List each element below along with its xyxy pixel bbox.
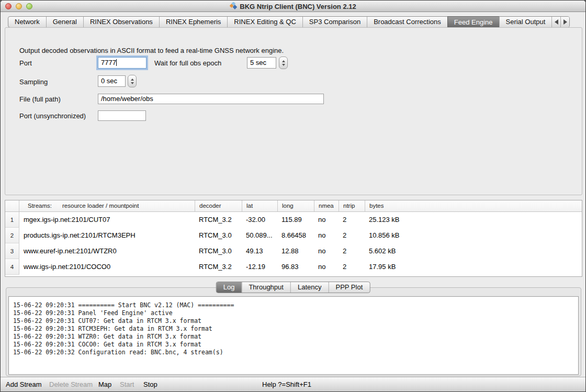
delete-stream-button: Delete Stream <box>49 380 93 388</box>
tab-rinex-editing-qc[interactable]: RINEX Editing & QC <box>227 17 302 27</box>
cell-nmea: no <box>314 243 339 259</box>
cell-bytes: 5.602 kB <box>365 243 582 259</box>
help-shortcut-label: Help ?=Shift+F1 <box>262 380 311 388</box>
cell-mountpoint: www.igs-ip.net:2101/COCO0 <box>19 259 195 275</box>
spinner-down-icon[interactable] <box>131 82 134 84</box>
spinner-down-icon[interactable] <box>282 64 285 66</box>
cell-lat: -32.00 <box>242 212 277 228</box>
panel-description: Output decoded observations in ASCII for… <box>19 47 284 54</box>
cell-mountpoint: products.igs-ip.net:2101/RTCM3EPH <box>19 228 195 243</box>
tab-rinex-ephemeris[interactable]: RINEX Ephemeris <box>159 17 227 27</box>
tab-rinex-observations[interactable]: RINEX Observations <box>83 17 159 27</box>
cell-lat: 49.13 <box>242 243 277 259</box>
cell-lat: -12.19 <box>242 259 277 275</box>
port-unsync-label: Port (unsynchronized) <box>19 112 86 120</box>
table-row[interactable]: 2 products.igs-ip.net:2101/RTCM3EPH RTCM… <box>5 228 582 243</box>
port-label: Port <box>19 59 32 67</box>
cell-ntrip: 2 <box>339 212 365 228</box>
cell-ntrip: 2 <box>339 259 365 275</box>
cell-decoder: RTCM_3.2 <box>195 212 242 228</box>
app-icon <box>230 2 237 11</box>
title-bar[interactable]: BKG Ntrip Client (BNC) Version 2.12 <box>1 1 585 12</box>
header-nmea: nmea <box>314 200 339 211</box>
sampling-stepper[interactable] <box>128 75 137 87</box>
row-number: 2 <box>5 228 19 243</box>
tab-general[interactable]: General <box>46 17 83 27</box>
stop-button[interactable]: Stop <box>143 380 157 388</box>
log-line: 15-06-22 09:20:31 RTCM3EPH: Get data in … <box>13 325 574 333</box>
app-window: BKG Ntrip Client (BNC) Version 2.12 Netw… <box>0 0 586 392</box>
cell-nmea: no <box>314 228 339 243</box>
file-path-label: File (full path) <box>19 95 61 103</box>
table-row[interactable]: 3 www.euref-ip.net:2101/WTZR0 RTCM_3.0 4… <box>5 243 582 259</box>
log-line: 15-06-22 09:20:31 CUT07: Get data in RTC… <box>13 317 574 325</box>
header-mountpoint: Streams:resource loader / mountpoint <box>19 200 195 211</box>
header-lat: lat <box>242 200 277 211</box>
cell-long: 8.66458 <box>277 228 314 243</box>
wait-epoch-stepper[interactable] <box>279 57 288 69</box>
log-line: 15-06-22 09:20:31 COCO0: Get data in RTC… <box>13 341 574 349</box>
cell-bytes: 10.856 kB <box>365 228 582 243</box>
cell-ntrip: 2 <box>339 228 365 243</box>
row-number: 3 <box>5 243 19 259</box>
cell-nmea: no <box>314 259 339 275</box>
file-path-input[interactable]: /home/weber/obs <box>98 94 324 104</box>
table-row[interactable]: 1 mgex.igs-ip.net:2101/CUT07 RTCM_3.2 -3… <box>5 212 582 228</box>
main-tab-bar: Network General RINEX Observations RINEX… <box>8 16 570 28</box>
text-caret <box>116 59 117 66</box>
wait-epoch-input[interactable]: 5 sec <box>247 57 276 69</box>
log-output[interactable]: 15-06-22 09:20:31 ========== Start BNC v… <box>8 296 579 375</box>
tab-log[interactable]: Log <box>217 282 242 293</box>
cell-lat: 50.089... <box>242 228 277 243</box>
header-ntrip: ntrip <box>339 200 365 211</box>
tab-ppp-plot[interactable]: PPP Plot <box>328 282 369 293</box>
sampling-label: Sampling <box>19 78 48 86</box>
cell-long: 12.88 <box>277 243 314 259</box>
port-unsync-input[interactable] <box>98 110 146 121</box>
header-long: long <box>277 200 314 211</box>
header-bytes: bytes <box>365 200 582 211</box>
cell-mountpoint: mgex.igs-ip.net:2101/CUT07 <box>19 212 195 228</box>
cell-nmea: no <box>314 212 339 228</box>
tab-scroll-left-button[interactable] <box>551 17 560 27</box>
log-line: 15-06-22 09:20:31 Panel 'Feed Engine' ac… <box>13 309 574 317</box>
streams-table-header: Streams:resource loader / mountpoint dec… <box>5 200 582 212</box>
spinner-up-icon[interactable] <box>131 79 134 81</box>
wait-epoch-label: Wait for full obs epoch <box>154 59 221 67</box>
cell-decoder: RTCM_3.0 <box>195 243 242 259</box>
bottom-toolbar: Add Stream Delete Stream Map Start Stop … <box>1 377 585 391</box>
port-input[interactable]: 7777 <box>98 57 146 69</box>
log-line: 15-06-22 09:20:31 WTZR0: Get data in RTC… <box>13 333 574 341</box>
log-panel: 15-06-22 09:20:31 ========== Start BNC v… <box>6 287 581 376</box>
chevron-left-icon <box>555 19 558 25</box>
tab-broadcast-corrections[interactable]: Broadcast Corrections <box>367 17 447 27</box>
cell-bytes: 17.95 kB <box>365 259 582 275</box>
map-button[interactable]: Map <box>98 380 111 388</box>
tab-feed-engine[interactable]: Feed Engine <box>447 16 499 28</box>
tab-serial-output[interactable]: Serial Output <box>499 17 552 27</box>
feed-engine-panel: Output decoded observations in ASCII for… <box>5 27 582 195</box>
row-number: 1 <box>5 212 19 228</box>
tab-throughput[interactable]: Throughput <box>241 282 290 293</box>
cell-ntrip: 2 <box>339 243 365 259</box>
tab-sp3-comparison[interactable]: SP3 Comparison <box>302 17 367 27</box>
tab-latency[interactable]: Latency <box>290 282 329 293</box>
header-decoder: decoder <box>195 200 242 211</box>
table-row[interactable]: 4 www.igs-ip.net:2101/COCO0 RTCM_3.2 -12… <box>5 259 582 275</box>
cell-mountpoint: www.euref-ip.net:2101/WTZR0 <box>19 243 195 259</box>
cell-decoder: RTCM_3.2 <box>195 259 242 275</box>
tab-scroll-right-button[interactable] <box>560 17 569 27</box>
chevron-right-icon <box>564 19 567 25</box>
sampling-input[interactable]: 0 sec <box>98 75 126 87</box>
log-line: 15-06-22 09:20:31 ========== Start BNC v… <box>13 301 574 309</box>
header-row-number <box>5 200 19 211</box>
cell-decoder: RTCM_3.0 <box>195 228 242 243</box>
add-stream-button[interactable]: Add Stream <box>6 380 42 388</box>
spinner-up-icon[interactable] <box>282 60 285 62</box>
start-button: Start <box>120 380 134 388</box>
cell-long: 115.89 <box>277 212 314 228</box>
cell-bytes: 25.123 kB <box>365 212 582 228</box>
cell-long: 96.83 <box>277 259 314 275</box>
log-tab-bar: Log Throughput Latency PPP Plot <box>216 282 370 293</box>
tab-network[interactable]: Network <box>8 17 46 27</box>
